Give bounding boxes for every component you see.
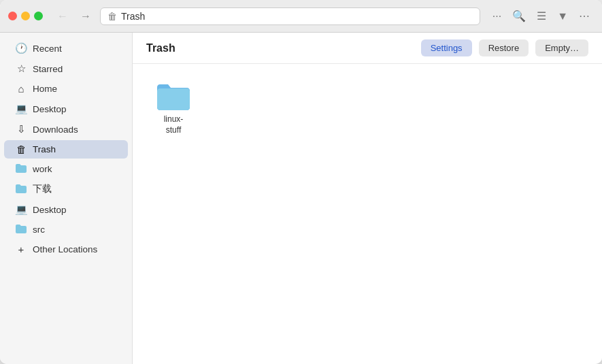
sidebar-item-home[interactable]: ⌂ Home: [4, 80, 128, 98]
content-header: Trash Settings Restore Empty…: [133, 33, 602, 64]
sidebar-label-starred: Starred: [33, 64, 63, 74]
sidebar-item-starred[interactable]: ☆ Starred: [4, 59, 128, 78]
content-title: Trash: [146, 42, 414, 54]
traffic-lights: [8, 12, 43, 20]
trash-sidebar-icon: 🗑: [15, 144, 27, 155]
desktop2-icon: 💻: [15, 203, 27, 216]
chinese1-icon: [15, 184, 27, 195]
location-text: Trash: [121, 11, 145, 22]
sidebar-label-recent: Recent: [33, 44, 62, 54]
sidebar-label-work: work: [33, 164, 52, 174]
work-icon: [15, 163, 27, 175]
sidebar-label-desktop2: Desktop: [33, 205, 67, 215]
sidebar-item-desktop2[interactable]: 💻 Desktop: [4, 200, 128, 219]
trash-location-icon: 🗑: [107, 11, 117, 22]
recent-icon: 🕐: [15, 42, 27, 54]
view-list-button[interactable]: ☰: [533, 7, 550, 25]
content-area: Trash Settings Restore Empty… linux-stuf: [133, 33, 602, 364]
empty-button[interactable]: Empty…: [535, 39, 588, 56]
sidebar-item-recent[interactable]: 🕐 Recent: [4, 39, 128, 58]
src-icon: [15, 224, 27, 235]
file-manager-window: ← → 🗑 Trash ··· 🔍 ☰ ▼ ⋯ 🕐 Recent ☆ Starr…: [0, 0, 602, 364]
sidebar-label-src: src: [33, 225, 45, 235]
sidebar: 🕐 Recent ☆ Starred ⌂ Home 💻 Desktop ⇩ Do…: [0, 33, 133, 364]
more-button[interactable]: ···: [488, 7, 505, 25]
sidebar-item-chinese1[interactable]: 下载: [4, 180, 128, 199]
other-locations-icon: +: [15, 244, 27, 255]
minimize-button[interactable]: [21, 12, 30, 20]
forward-button[interactable]: →: [77, 9, 95, 24]
folder-icon: [156, 82, 191, 112]
close-button[interactable]: [8, 12, 17, 20]
sidebar-item-other-locations[interactable]: + Other Locations: [4, 240, 128, 259]
back-button[interactable]: ←: [54, 9, 71, 24]
sidebar-item-src[interactable]: src: [4, 220, 128, 239]
restore-button[interactable]: Restore: [479, 39, 529, 56]
sidebar-label-other: Other Locations: [33, 244, 97, 254]
location-bar[interactable]: 🗑 Trash: [100, 7, 480, 25]
downloads-icon: ⇩: [15, 123, 27, 135]
maximize-button[interactable]: [34, 12, 43, 20]
file-name-linux-stuff: linux-stuff: [164, 114, 184, 135]
settings-button[interactable]: Settings: [421, 39, 472, 56]
sidebar-label-desktop: Desktop: [33, 104, 67, 114]
search-button[interactable]: 🔍: [508, 7, 530, 25]
view-dropdown-button[interactable]: ▼: [553, 7, 572, 25]
sidebar-item-desktop[interactable]: 💻 Desktop: [4, 99, 128, 118]
sidebar-item-trash[interactable]: 🗑 Trash: [4, 140, 128, 159]
file-item-linux-stuff[interactable]: linux-stuff: [146, 78, 201, 139]
content-body: linux-stuff: [133, 64, 602, 364]
titlebar-actions: ··· 🔍 ☰ ▼ ⋯: [488, 7, 594, 25]
starred-icon: ☆: [15, 63, 27, 75]
desktop-icon: 💻: [15, 103, 27, 115]
sidebar-label-home: Home: [33, 84, 57, 94]
sidebar-item-downloads[interactable]: ⇩ Downloads: [4, 120, 128, 139]
titlebar: ← → 🗑 Trash ··· 🔍 ☰ ▼ ⋯: [0, 0, 602, 33]
overflow-button[interactable]: ⋯: [575, 7, 594, 25]
file-grid: linux-stuff: [146, 78, 588, 139]
sidebar-label-trash: Trash: [33, 144, 56, 154]
sidebar-item-work[interactable]: work: [4, 160, 128, 178]
sidebar-label-chinese1: 下载: [33, 183, 52, 195]
sidebar-label-downloads: Downloads: [33, 125, 78, 135]
home-icon: ⌂: [15, 83, 27, 95]
main-area: 🕐 Recent ☆ Starred ⌂ Home 💻 Desktop ⇩ Do…: [0, 33, 602, 364]
